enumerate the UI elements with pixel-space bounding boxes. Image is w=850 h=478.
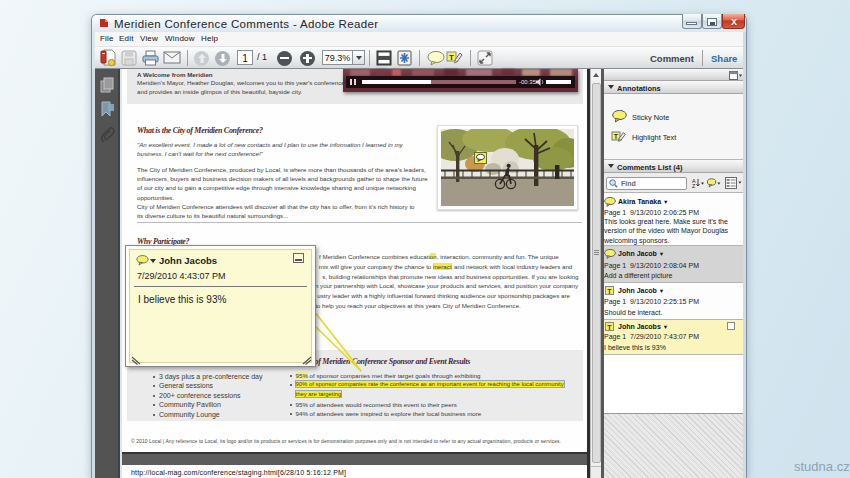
svg-text:Z: Z <box>692 183 696 189</box>
svg-text:T: T <box>614 133 619 140</box>
svg-text:T: T <box>449 53 454 62</box>
